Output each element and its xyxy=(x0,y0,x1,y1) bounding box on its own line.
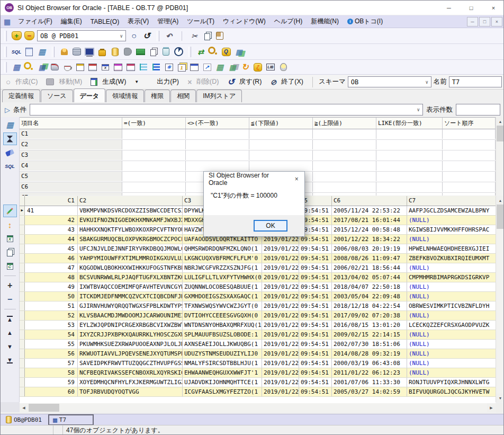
cell-c7[interactable]: (NULL) xyxy=(407,368,496,377)
cell-c2[interactable]: UFCJNJVLDEJNNFIRYVRKDBQQJMOWLC xyxy=(78,244,183,253)
cell-c7[interactable]: CMPMHMRBIMAPRGKDSIGRKVP xyxy=(407,273,496,282)
cell-c4[interactable]: 2019/01/22 xyxy=(262,311,299,320)
cell-c7[interactable]: (NULL) xyxy=(407,359,496,368)
toolbar-grip[interactable] xyxy=(52,47,55,57)
menu-tools[interactable]: ツール(T) xyxy=(183,15,219,28)
cell-c7[interactable]: AAFPJGCLZDSAMCEWZALBPNY xyxy=(407,206,496,215)
cell-c2[interactable]: KLVSBAACMDJMWDOOMJJCARWOUNIMEI xyxy=(78,311,183,320)
data-grid-vertical-scrollbar[interactable]: ▲ ▼ xyxy=(496,196,504,402)
security-key-icon[interactable] xyxy=(208,46,219,58)
table-row[interactable]: 49 IXWTBVAQCCOEMIMFQFAVHTEVUNCGYW ZUQNNW… xyxy=(20,282,496,292)
object-name-input[interactable]: T7 xyxy=(449,76,502,87)
cell-c1[interactable]: 46 xyxy=(25,254,78,263)
filter-col-lower-bound[interactable]: ≦(下限値) xyxy=(249,118,313,129)
script-icon[interactable] xyxy=(23,46,35,58)
cell-c2[interactable]: YAHPYMIOUWFFXTIMLMMROIKGXUVLUJ xyxy=(78,254,183,263)
cell-c1[interactable]: 58 xyxy=(25,368,78,377)
cell-c7[interactable]: BIFVUQURGOLJQCGJKYHVETW xyxy=(407,387,496,396)
cell-c4[interactable]: 2019/01/22 xyxy=(262,282,299,291)
scrollbar-thumb[interactable] xyxy=(29,404,59,412)
cell-c1[interactable]: 43 xyxy=(25,225,78,234)
cell-c2[interactable]: VBKMPVNKDSVRCDOXZZISBWCCDETCSI xyxy=(78,206,183,215)
condition-input[interactable]: ∨ xyxy=(30,104,423,116)
filter-col-upper-bound[interactable]: ≧(上限値) xyxy=(313,118,376,129)
filter-cell-sort-order[interactable] xyxy=(443,182,496,192)
function-icon[interactable] xyxy=(61,61,73,73)
cell-c7[interactable]: (NULL) xyxy=(407,292,496,301)
menu-window[interactable]: ウィンドウ(W) xyxy=(219,15,270,28)
cell-c7[interactable]: (NULL) xyxy=(407,216,496,225)
cell-c3[interactable]: QHMSRWDRDQNFMZKLQNO(1 xyxy=(183,244,262,253)
view-icon[interactable] xyxy=(87,61,98,73)
table-row[interactable]: 45 UFCJNJVLDEJNNFIRYVRKDBQQJMOWLC QHMSRW… xyxy=(20,244,496,254)
table-row[interactable]: 54 IXYZCRJJPXBPKXQAURRKLYHOSCZGXW SPLMAU… xyxy=(20,330,496,340)
synonym-icon[interactable] xyxy=(112,61,124,73)
filter-icon[interactable] xyxy=(3,132,17,145)
updown-icon[interactable]: ↕ xyxy=(3,218,17,231)
cell-c2[interactable]: EVKUIFNOZNIGOEDKHXMNKAMFJWXBJX xyxy=(78,216,183,225)
csv-export-icon[interactable]: C xyxy=(3,260,17,272)
run-query-icon[interactable]: ▷ xyxy=(5,106,10,114)
cell-c5[interactable]: 09:54:51 xyxy=(299,263,332,272)
cell-c2[interactable]: PKUWMHKSUEZXRWAPUOOEAXNPJLOLJR xyxy=(78,340,183,349)
table-row[interactable]: 47 KQGODWLQBOKHXXWIHKKUFOGSTNFKBP NBRJWC… xyxy=(20,263,496,273)
cell-c3[interactable]: ZUQNNWLOCOBESQABUUE(1 xyxy=(183,282,262,291)
cell-c2[interactable]: NCFBEQRIVAKSSEFCNBOXRLXQYRSKIC xyxy=(78,368,183,377)
cell-c3[interactable]: SPLMAUUFBSUZSLOBODE:1 xyxy=(183,330,262,339)
edit-mode-icon[interactable] xyxy=(3,205,17,217)
col-c7[interactable]: C7 xyxy=(407,196,496,206)
cell-c4[interactable]: 2019/01/22 xyxy=(262,387,299,396)
cell-c3[interactable]: DVTIOHYCCEEESGVGQXH(0 xyxy=(183,311,262,320)
cell-c3[interactable]: TFXNWSWQSYWVCWZJGYT(0 xyxy=(183,301,262,310)
tab-source[interactable]: ソース xyxy=(41,90,73,102)
cell-c7[interactable]: (NULL) xyxy=(407,282,496,291)
scroll-down-icon[interactable]: ▼ xyxy=(496,394,504,402)
sql-icon[interactable]: SQL xyxy=(3,160,17,173)
output-button[interactable]: 出力(P) xyxy=(149,76,184,88)
menu-file[interactable]: ファイル(F) xyxy=(14,15,56,28)
data-transfer-icon[interactable]: ⇄ xyxy=(195,46,206,58)
filter-cell-sort-order[interactable] xyxy=(443,193,496,196)
filter-cell-sort-order[interactable] xyxy=(443,140,496,149)
cell-c4[interactable]: 2019/01/22 xyxy=(262,321,299,330)
first-row-icon[interactable]: ▲ xyxy=(3,313,17,325)
filter-cell-like[interactable] xyxy=(376,161,443,171)
cell-c2[interactable]: TOFJRBVUDQYOQTVGG xyxy=(78,387,183,396)
cell-c7[interactable]: HPWELNHWAEQHDHEEBXGJIEI xyxy=(407,244,496,253)
cell-c1[interactable]: 52 xyxy=(25,311,78,320)
scroll-up-icon[interactable]: ▲ xyxy=(496,117,504,126)
cell-c3[interactable]: NBRJWCGFVRZZXSZNJFG(1 xyxy=(183,263,262,272)
tab-data[interactable]: データ xyxy=(74,88,106,102)
excel-export-icon[interactable]: X xyxy=(3,232,17,245)
filter-cell-upper-bound[interactable] xyxy=(313,172,376,181)
dblink-icon[interactable]: 1 xyxy=(176,61,187,73)
filter-cell-not-equal[interactable] xyxy=(186,140,249,149)
paste-icon[interactable] xyxy=(214,30,226,42)
mdi-system-menu-icon[interactable]: ▦ xyxy=(4,17,11,26)
cell-c6[interactable]: 2011/01/22 06:12:23 xyxy=(332,368,407,377)
cell-c6[interactable]: 2014/08/28 09:32:19 xyxy=(332,349,407,358)
scrollbar-thumb[interactable] xyxy=(497,126,504,141)
tab-relations[interactable]: 相関 xyxy=(170,90,196,102)
package-icon[interactable] xyxy=(74,61,86,73)
close-button[interactable]: × xyxy=(482,1,504,15)
mdi-close-button[interactable]: × xyxy=(491,17,502,26)
filter-col-item-name[interactable]: 項目名 xyxy=(20,118,122,129)
cell-c3[interactable]: GXMHDOEIGSZSXAXGAQC(1 xyxy=(183,292,262,301)
filter-cell-sort-order[interactable] xyxy=(443,161,496,171)
table-data-icon[interactable]: ▦ xyxy=(214,61,226,73)
undo-icon[interactable]: ↶ xyxy=(163,30,175,42)
cell-c6[interactable]: 2015/12/24 00:58:48 xyxy=(332,225,407,234)
cell-c2[interactable]: BCSVUNRWWLRLPJAQFTUGFXLXBNTZKG xyxy=(78,273,183,282)
table-row[interactable]: 56 RKWUOTIAVVLJPQEVSENEJXYQTUMSPE UDUZYS… xyxy=(20,349,496,359)
tab-storage[interactable]: 領域情報 xyxy=(106,90,144,102)
col-row-header[interactable] xyxy=(20,196,25,206)
cell-c5[interactable]: 09:54:51 xyxy=(299,244,332,253)
cell-c1[interactable]: 50 xyxy=(25,292,78,301)
move-button[interactable]: 移動(M) xyxy=(43,76,87,88)
cell-c6[interactable]: 2017/09/02 07:20:38 xyxy=(332,311,407,320)
tab-im-column-store[interactable]: IM列ストア xyxy=(196,90,242,102)
cell-c6[interactable]: 2001/07/06 11:33:30 xyxy=(332,378,407,387)
filter-cell-like[interactable] xyxy=(376,172,443,181)
cell-c3[interactable]: AXNSEAEIJOLLJKWUQBG(1 xyxy=(183,340,262,349)
